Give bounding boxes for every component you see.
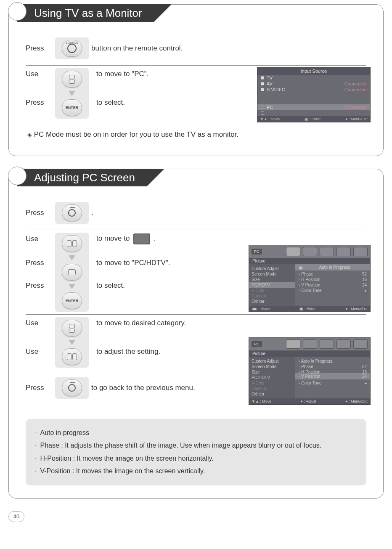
source-button-icon: SOURCE	[62, 40, 82, 57]
osd-thumb-icon	[353, 339, 368, 349]
osd-left-item: V-Chip	[252, 380, 293, 386]
osd-left-item: Size	[252, 277, 293, 282]
arrow-down-icon	[69, 255, 75, 260]
step-label: Press	[26, 259, 44, 267]
step-text-post: .	[154, 234, 156, 242]
step-label: Press	[26, 209, 55, 217]
arrow-down-icon	[69, 91, 75, 96]
osd-row	[257, 110, 370, 116]
step-text-pre: to move to	[96, 234, 130, 242]
osd-row: TV	[257, 75, 370, 81]
arrow-down-icon	[69, 340, 75, 345]
osd-right-row: ▫ H Position16	[298, 277, 368, 282]
osd-right-row: ▫ Phase52	[298, 271, 368, 277]
step-label: Press	[26, 384, 55, 392]
info-line: ·Auto in progress	[35, 427, 357, 439]
osd-right-row: ▫ V Position24	[295, 373, 370, 379]
menu-button-icon	[62, 379, 82, 396]
menu-button-icon	[62, 204, 82, 221]
remote-button-strip	[55, 202, 89, 224]
info-line: ·V-Position : It moves the image on the …	[35, 465, 357, 477]
enter-button-icon: ENTER	[62, 99, 82, 116]
osd-left-label: Picture	[249, 350, 370, 357]
osd-tab: PC	[252, 249, 262, 255]
remote-button-strip: ENTER	[55, 68, 89, 119]
info-box: ·Auto in progress·Phase : It adjusts the…	[26, 419, 366, 485]
osd-left-item: Custom Adjust	[252, 358, 293, 364]
osd-left-item: PC/HDTV	[249, 282, 295, 288]
arrow-down-icon	[69, 284, 75, 289]
osd-right-header: ▣Auto in Progress	[295, 264, 370, 271]
step-row: Press .	[26, 199, 366, 227]
remote-button-strip: ENTER	[55, 233, 89, 312]
osd-foot-exit: ● : Menu/Exit	[345, 117, 368, 121]
step-text: to move to desired category.	[94, 319, 366, 327]
osd-footer: ▼▲ : Move ● : Adjust ● : Menu/Exit	[249, 398, 370, 404]
header-circle	[8, 167, 26, 185]
osd-title: Input Source	[257, 67, 370, 75]
divider	[26, 230, 366, 230]
remote-button-strip	[55, 317, 89, 368]
step-label: Use	[26, 347, 38, 356]
info-line: ·H-Position : It moves the image on the …	[35, 452, 357, 465]
section-header: Using TV as a Monitor	[8, 4, 154, 22]
osd-input-source: Input Source TVAVConnectedS VIDEOConnect…	[257, 67, 371, 122]
leftright-button-icon	[62, 235, 82, 252]
osd-left-item: Screen Mode	[252, 364, 293, 369]
osd-thumb-icon	[286, 339, 300, 349]
osd-tab: PC	[252, 341, 262, 347]
header-circle	[8, 2, 26, 21]
step-label: Press	[26, 44, 55, 53]
osd-thumb-icon	[336, 339, 351, 349]
step-label: Press	[26, 98, 44, 107]
step-text: button on the remote control.	[89, 44, 366, 53]
osd-left-item: Size	[252, 369, 293, 375]
step-text: .	[89, 209, 366, 217]
enter-button-icon: ENTER	[62, 292, 82, 309]
tv-thumb-icon	[133, 233, 150, 244]
page-number: 40	[8, 511, 24, 522]
osd-thumb-icon	[320, 339, 334, 349]
updown-button-icon	[62, 71, 82, 88]
step-text: to move to .	[94, 233, 366, 244]
osd-left-item: Orbiter	[252, 299, 293, 304]
osd-right-row: ▫ Auto in Progress	[298, 358, 368, 364]
divider	[26, 314, 366, 315]
osd-row: PCConnected	[257, 104, 370, 110]
osd-thumb-icon	[303, 339, 317, 349]
osd-footer: ◀▶ : Move ▣ : Enter ● : Menu/Exit	[249, 306, 370, 312]
osd-left-item: V-Chip	[252, 288, 293, 293]
osd-row	[257, 93, 370, 98]
info-line: ·Phase : It adjusts the phase shift of t…	[35, 439, 357, 452]
osd-footer: ▼▲ : Move ▣ : Enter ● : Menu/Exit	[257, 116, 370, 122]
osd-row	[257, 98, 370, 104]
updown-button-icon	[62, 320, 82, 337]
osd-thumb-icon	[336, 247, 351, 256]
section-using-tv: Using TV as a Monitor Press SOURCE butto…	[8, 4, 384, 156]
osd-left-item: Caption	[252, 386, 293, 391]
step-label: Press	[26, 281, 44, 290]
diamond-icon: ◈	[27, 131, 32, 138]
osd-foot-move: ▼▲ : Move	[260, 117, 280, 121]
step-row: Press SOURCE button on the remote contro…	[26, 34, 366, 63]
step-label: Use	[26, 235, 38, 243]
osd-right-row: ▫ Color Tone▸	[298, 380, 368, 386]
note-text: PC Mode must be on in order for you to u…	[34, 130, 238, 138]
osd-picture-menu-b: PC Picture Custom AdjustScreen ModeSizeP…	[249, 337, 371, 405]
osd-picture-menu-a: PC Picture Custom AdjustScreen ModeSizeP…	[249, 245, 371, 312]
section-adjusting-pc: Adjusting PC Screen Press . ENTER Use	[8, 169, 384, 499]
osd-left-item: Caption	[252, 293, 293, 299]
remote-button-strip: SOURCE	[55, 37, 89, 59]
osd-left-item: Custom Adjust	[252, 266, 293, 271]
divider	[26, 65, 366, 66]
section-title: Using TV as a Monitor	[17, 4, 154, 22]
osd-thumb-icon	[353, 247, 368, 256]
down-button-icon	[62, 264, 82, 281]
osd-thumb-icon	[320, 247, 334, 256]
remote-button-strip	[55, 377, 89, 399]
leftright-button-icon	[62, 348, 82, 365]
osd-right-row: ▫ V Position24	[298, 282, 368, 288]
section-header: Adjusting PC Screen	[8, 168, 147, 187]
section-title: Adjusting PC Screen	[17, 169, 147, 186]
osd-left-label: Picture	[249, 258, 370, 264]
